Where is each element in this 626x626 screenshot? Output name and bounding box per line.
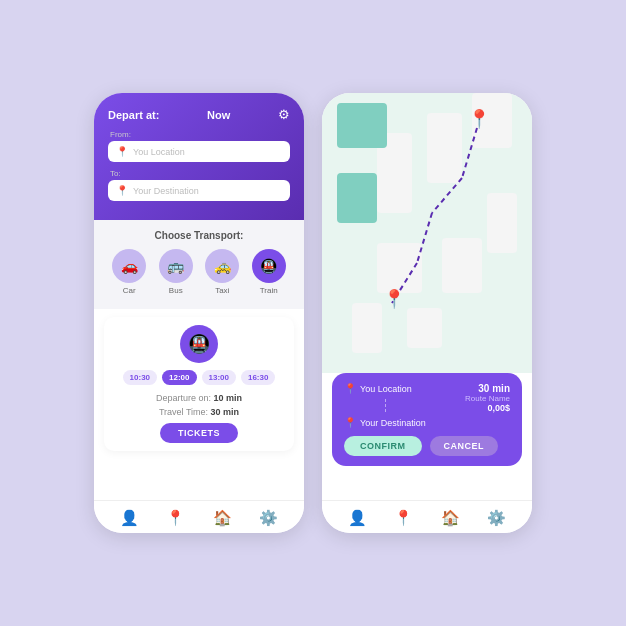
to-label: To: xyxy=(110,169,290,178)
to-pin-icon-card: 📍 xyxy=(344,417,356,428)
nav-home-icon-right[interactable]: 🏠 xyxy=(441,509,460,527)
bottom-nav-left: 👤 📍 🏠 ⚙️ xyxy=(94,500,304,533)
time-1030[interactable]: 10:30 xyxy=(123,370,157,385)
nav-settings-icon-right[interactable]: ⚙️ xyxy=(487,509,506,527)
from-input[interactable]: 📍 You Location xyxy=(108,141,290,162)
selected-transport-icon: 🚇 xyxy=(114,325,284,363)
route-path xyxy=(322,93,532,373)
info-section: 📍 You Location 📍 Your Destination 30 min… xyxy=(322,373,532,508)
svg-line-2 xyxy=(417,213,432,263)
header-section: Depart at: Now ⚙ From: 📍 You Location To… xyxy=(94,93,304,220)
confirm-button[interactable]: CONFIRM xyxy=(344,436,422,456)
route-name-text: Route Name xyxy=(465,394,510,403)
nav-location-icon[interactable]: 📍 xyxy=(166,509,185,527)
time-1630[interactable]: 16:30 xyxy=(241,370,275,385)
transport-label: Choose Transport: xyxy=(106,230,292,241)
bus-label: Bus xyxy=(169,286,183,295)
from-pin-icon: 📍 xyxy=(116,146,128,157)
from-label: From: xyxy=(110,130,290,139)
taxi-circle: 🚕 xyxy=(205,249,239,283)
route-info-card: 📍 You Location 📍 Your Destination 30 min… xyxy=(332,373,522,466)
train-circle: 🚇 xyxy=(252,249,286,283)
route-dashed-line xyxy=(346,399,426,412)
to-location-text: Your Destination xyxy=(360,418,426,428)
car-circle: 🚗 xyxy=(112,249,146,283)
transport-train[interactable]: 🚇 Train xyxy=(252,249,286,295)
departure-value: 10 min xyxy=(214,393,243,403)
bus-large-circle: 🚇 xyxy=(180,325,218,363)
taxi-label: Taxi xyxy=(215,286,229,295)
time-1300[interactable]: 13:00 xyxy=(202,370,236,385)
card-action-buttons: CONFIRM CANCEL xyxy=(344,436,510,456)
car-label: Car xyxy=(123,286,136,295)
destination-pin-icon: 📍 xyxy=(468,108,490,130)
to-location-row: 📍 Your Destination xyxy=(344,417,426,428)
time-1200[interactable]: 12:00 xyxy=(162,370,196,385)
nav-settings-icon[interactable]: ⚙️ xyxy=(259,509,278,527)
transport-bus[interactable]: 🚌 Bus xyxy=(159,249,193,295)
route-details-column: 30 min Route Name 0,00$ xyxy=(465,383,510,428)
tickets-button[interactable]: TICKETS xyxy=(160,423,238,443)
location-pin-icon: 📍 xyxy=(383,288,405,310)
svg-line-1 xyxy=(432,178,462,213)
nav-home-icon[interactable]: 🏠 xyxy=(213,509,232,527)
route-price-text: 0,00$ xyxy=(465,403,510,413)
from-pin-icon-card: 📍 xyxy=(344,383,356,394)
bus-circle: 🚌 xyxy=(159,249,193,283)
travel-value: 30 min xyxy=(211,407,240,417)
transport-taxi[interactable]: 🚕 Taxi xyxy=(205,249,239,295)
from-location-text: You Location xyxy=(360,384,412,394)
left-phone: Depart at: Now ⚙ From: 📍 You Location To… xyxy=(94,93,304,533)
depart-label: Depart at: xyxy=(108,109,159,121)
settings-icon[interactable]: ⚙ xyxy=(278,107,290,122)
cancel-button[interactable]: CANCEL xyxy=(430,436,499,456)
to-placeholder-text: Your Destination xyxy=(133,186,199,196)
map-area: 📍 📍 xyxy=(322,93,532,373)
depart-value: Now xyxy=(207,109,230,121)
to-input[interactable]: 📍 Your Destination xyxy=(108,180,290,201)
transport-car[interactable]: 🚗 Car xyxy=(112,249,146,295)
transport-section: Choose Transport: 🚗 Car 🚌 Bus 🚕 Taxi 🚇 T… xyxy=(94,220,304,309)
schedule-section: 🚇 10:30 12:00 13:00 16:30 Departure on: … xyxy=(104,317,294,451)
from-location-row: 📍 You Location xyxy=(344,383,426,394)
location-column: 📍 You Location 📍 Your Destination xyxy=(344,383,426,428)
svg-line-0 xyxy=(462,128,477,178)
to-pin-icon: 📍 xyxy=(116,185,128,196)
from-placeholder-text: You Location xyxy=(133,147,185,157)
nav-location-icon-right[interactable]: 📍 xyxy=(394,509,413,527)
transport-options: 🚗 Car 🚌 Bus 🚕 Taxi 🚇 Train xyxy=(106,249,292,295)
nav-user-icon[interactable]: 👤 xyxy=(120,509,139,527)
train-label: Train xyxy=(260,286,278,295)
departure-info: Departure on: 10 min Travel Time: 30 min xyxy=(114,392,284,419)
nav-user-icon-right[interactable]: 👤 xyxy=(348,509,367,527)
times-row: 10:30 12:00 13:00 16:30 xyxy=(114,370,284,385)
right-phone: 📍 📍 📍 You Location 📍 Your Destination xyxy=(322,93,532,533)
bottom-nav-right: 👤 📍 🏠 ⚙️ xyxy=(322,500,532,533)
route-time-text: 30 min xyxy=(465,383,510,394)
